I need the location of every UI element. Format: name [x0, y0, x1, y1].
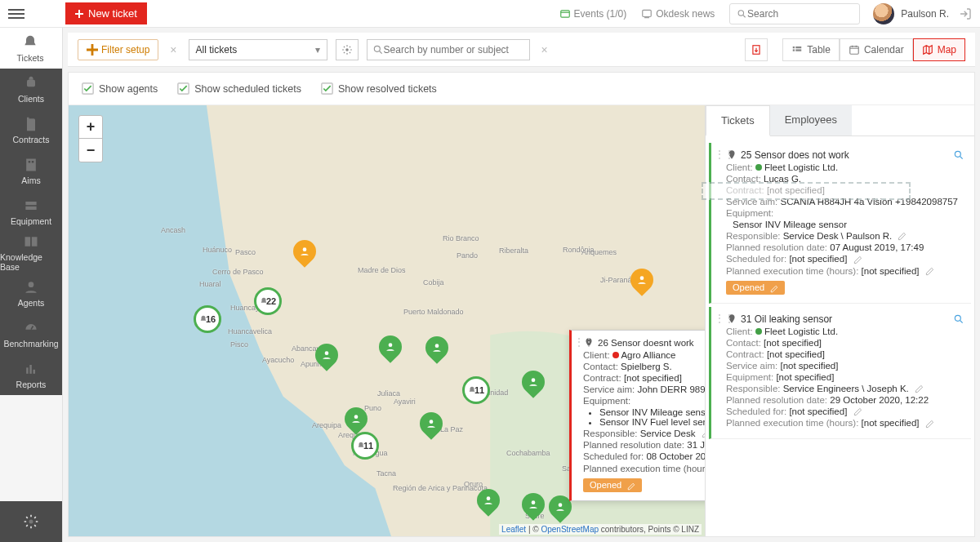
edit-icon[interactable] [853, 407, 862, 416]
drag-handle-icon[interactable]: ⋮⋮ [714, 148, 733, 161]
svg-point-44 [955, 151, 960, 157]
view-map-button[interactable]: Map [913, 38, 965, 61]
svg-rect-3 [27, 79, 35, 86]
sidebar: Tickets Clients Contracts Aims Equipment… [0, 28, 63, 542]
edit-icon[interactable] [925, 420, 934, 429]
svg-point-29 [389, 343, 393, 347]
svg-rect-5 [26, 158, 36, 171]
top-header: New ticket Events (1/0) Okdesk news Paul… [0, 0, 980, 28]
svg-rect-22 [850, 46, 859, 53]
svg-point-39 [487, 496, 491, 500]
map-cluster[interactable]: 22 [254, 287, 282, 315]
view-table-button[interactable]: Table [782, 38, 840, 61]
sidebar-item-aims[interactable]: Aims [0, 150, 62, 191]
svg-rect-20 [796, 46, 802, 47]
chevron-down-icon: ▾ [315, 44, 320, 56]
ticket-search-input[interactable] [384, 44, 524, 56]
drag-handle-icon[interactable]: ⋮⋮ [714, 312, 733, 325]
status-badge[interactable]: Opened [726, 281, 785, 294]
zoom-icon[interactable] [953, 149, 964, 161]
map-cluster[interactable]: 11 [351, 432, 379, 460]
tickets-filter-select[interactable]: All tickets ▾ [189, 39, 327, 60]
export-button[interactable] [745, 38, 768, 61]
global-search-input[interactable] [747, 8, 853, 20]
global-search[interactable] [729, 3, 860, 24]
filter-setup-button[interactable]: Filter setup [78, 39, 158, 60]
map[interactable]: + − AncashHuánucoPascoCerro de PascoHuar… [69, 105, 705, 536]
svg-point-27 [303, 247, 307, 251]
svg-rect-1 [643, 10, 652, 16]
ticket-search[interactable] [367, 39, 530, 60]
search-icon [372, 44, 384, 56]
new-ticket-label: New ticket [88, 7, 137, 20]
svg-point-15 [345, 48, 349, 51]
news-link[interactable]: Okdesk news [641, 8, 715, 20]
svg-point-34 [532, 378, 536, 382]
edit-icon[interactable] [898, 232, 906, 241]
filter-close-icon[interactable]: × [167, 43, 180, 56]
avatar[interactable] [873, 3, 894, 24]
svg-point-32 [354, 415, 359, 419]
svg-point-10 [29, 282, 34, 287]
map-filter-bar: Show agents Show scheduled tickets Show … [69, 73, 974, 105]
svg-rect-21 [796, 49, 802, 51]
sidebar-item-benchmarking[interactable]: Benchmarking [0, 313, 62, 354]
sidebar-item-clients[interactable]: Clients [0, 69, 62, 109]
drag-handle-icon[interactable]: ⋮⋮ [573, 335, 593, 349]
svg-point-16 [374, 46, 380, 51]
ticket-card[interactable]: ⋮⋮ 25 Sensor does not work Client: Fleet… [709, 143, 971, 304]
events-link[interactable]: Events (1/0) [559, 8, 627, 20]
show-agents-checkbox[interactable]: Show agents [82, 82, 158, 95]
search-clear-icon[interactable]: × [538, 43, 551, 56]
map-tooltip: ⋮⋮ 26 Sensor doesnt work Client: Agro Al… [569, 330, 705, 501]
svg-rect-13 [33, 369, 36, 373]
menu-toggle-icon[interactable] [8, 6, 24, 22]
tab-tickets[interactable]: Tickets [706, 105, 770, 136]
svg-rect-4 [29, 116, 36, 118]
sidebar-item-tickets[interactable]: Tickets [0, 28, 62, 69]
signout-icon[interactable] [959, 7, 972, 20]
svg-point-35 [640, 276, 644, 280]
edit-icon[interactable] [853, 255, 862, 264]
sidebar-item-reports[interactable]: Reports [0, 354, 62, 395]
svg-rect-11 [26, 367, 29, 374]
ticket-card[interactable]: ⋮⋮ 31 Oil leaking sensor Client: Fleet L… [709, 307, 971, 439]
zoom-out-button[interactable]: − [79, 139, 102, 162]
ticket-card-drag-ghost [702, 182, 911, 200]
toolbar: Filter setup × All tickets ▾ × [68, 33, 975, 67]
svg-rect-8 [25, 202, 36, 205]
svg-point-28 [325, 351, 329, 355]
svg-point-2 [738, 10, 743, 15]
svg-rect-19 [793, 49, 795, 51]
svg-point-45 [955, 315, 960, 321]
map-attribution: Leaflet | © OpenStreetMap contributors, … [499, 524, 702, 535]
svg-rect-7 [32, 161, 34, 163]
map-cluster[interactable]: 11 [462, 376, 490, 404]
new-ticket-button[interactable]: New ticket [65, 2, 147, 24]
sidebar-item-contracts[interactable]: Contracts [0, 109, 62, 150]
view-calendar-button[interactable]: Calendar [840, 38, 913, 61]
svg-point-30 [435, 344, 439, 348]
sidebar-item-settings[interactable] [0, 501, 62, 542]
tab-employees[interactable]: Employees [770, 105, 852, 136]
show-resolved-checkbox[interactable]: Show resolved tickets [321, 82, 437, 95]
svg-point-33 [430, 420, 434, 424]
sidebar-item-agents[interactable]: Agents [0, 273, 62, 313]
ticket-side-panel: Tickets Employees ⋮⋮ 25 Sensor does not … [705, 105, 974, 536]
edit-icon[interactable] [702, 429, 705, 438]
status-badge[interactable]: Opened [583, 478, 642, 491]
sidebar-item-knowledgebase[interactable]: Knowledge Base [0, 232, 62, 273]
zoom-icon[interactable] [953, 313, 964, 325]
filter-settings-button[interactable] [336, 39, 359, 60]
svg-rect-0 [560, 10, 569, 16]
edit-icon[interactable] [915, 384, 924, 393]
user-name: Paulson R. [901, 8, 949, 20]
show-scheduled-checkbox[interactable]: Show scheduled tickets [177, 82, 301, 95]
edit-icon[interactable] [925, 267, 934, 276]
sidebar-item-equipment[interactable]: Equipment [0, 191, 62, 232]
svg-point-14 [29, 520, 33, 524]
map-cluster[interactable]: 16 [194, 305, 221, 333]
zoom-in-button[interactable]: + [79, 116, 102, 139]
zoom-control: + − [78, 115, 103, 162]
svg-rect-18 [793, 46, 795, 47]
